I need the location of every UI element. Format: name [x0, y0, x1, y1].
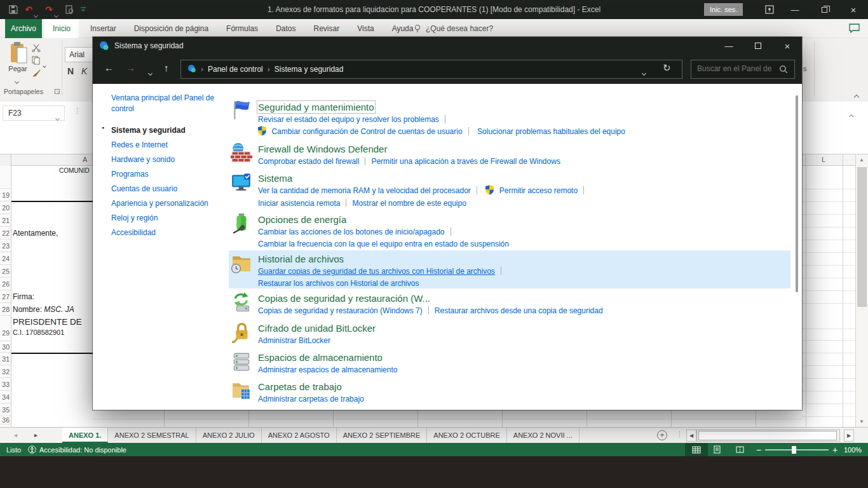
cell-presidente[interactable]: PREISDENTE DE [13, 317, 82, 327]
paste-dropdown-icon[interactable] [15, 74, 18, 86]
sidebar-item-cuentas[interactable]: Cuentas de usuario [111, 184, 224, 194]
vertical-scroll-thumb[interactable] [857, 167, 867, 307]
column-header-l[interactable]: L [822, 156, 825, 163]
sidebar-item-home[interactable]: Ventana principal del Panel de control [111, 93, 224, 114]
link-botones-inicio[interactable]: Cambiar las acciones de los botones de i… [258, 227, 445, 236]
cp-minimize-button[interactable]: — [718, 37, 740, 55]
bold-button[interactable]: N [67, 66, 74, 76]
row-header[interactable]: 34 [0, 391, 11, 403]
sidebar-item-apariencia[interactable]: Apariencia y personalización [111, 198, 224, 208]
link-restaurar-desde-copia[interactable]: Restaurar archivos desde una copia de se… [435, 306, 603, 315]
excel-restore-button[interactable] [813, 0, 835, 19]
link-uac[interactable]: Cambiar configuración de Control de cuen… [271, 127, 462, 136]
link-revisar-estado[interactable]: Revisar el estado del equipo y resolver … [258, 115, 439, 124]
sheet-tab-octubre[interactable]: ANEXO 2 OCTUBRE [427, 428, 507, 443]
redo-dropdown-icon[interactable] [55, 8, 58, 20]
link-asistencia-remota[interactable]: Iniciar asistencia remota [258, 199, 340, 208]
link-frecuencia-suspension[interactable]: Cambiar la frecuencia con la que el equi… [258, 240, 509, 248]
formula-bar-handle[interactable]: ⋮ [74, 107, 81, 115]
undo-icon[interactable]: ↶ [23, 4, 34, 15]
link-comprobar-firewall[interactable]: Comprobar estado del firewall [258, 157, 359, 166]
customize-qat-icon[interactable] [78, 4, 89, 15]
sheet-tab-septiembre[interactable]: ANEXO 2 SEPTIEMBRE [337, 428, 428, 443]
row-header[interactable]: 24 [0, 252, 11, 265]
hscroll-left-icon[interactable]: ◀ [686, 430, 696, 442]
cell-comunidad[interactable]: COMUNID [59, 167, 90, 174]
row-header[interactable]: 32 [0, 365, 11, 378]
tab-revisar[interactable]: Revisar [304, 19, 348, 38]
refresh-icon[interactable]: ↻ [663, 62, 671, 74]
zoom-slider-handle[interactable] [792, 446, 796, 454]
sidebar-item-programas[interactable]: Programas [111, 169, 224, 179]
cp-search-icon[interactable] [779, 65, 789, 77]
select-all-corner[interactable] [0, 154, 11, 166]
address-dropdown-icon[interactable] [642, 68, 646, 77]
tab-datos[interactable]: Datos [267, 19, 304, 38]
breadcrumb-panel-de-control[interactable]: Panel de control [208, 65, 263, 74]
cut-icon[interactable] [32, 43, 41, 55]
clipboard-dialog-launcher-icon[interactable]: ↘ [55, 89, 60, 94]
cell-ci[interactable]: C.I. 1708582901 [13, 329, 64, 336]
item-title-copias-seguridad[interactable]: Copias de seguridad y restauración (W... [258, 293, 430, 304]
tab-inicio[interactable]: Inicio [44, 19, 79, 38]
scroll-up-icon[interactable]: ▲ [856, 154, 867, 165]
status-accessibility[interactable]: Accesibilidad: No disponible [39, 443, 126, 456]
item-title-energia[interactable]: Opciones de energía [258, 214, 346, 226]
cp-scrollbar-thumb[interactable] [796, 95, 798, 292]
up-icon[interactable]: ↑ [164, 62, 169, 73]
sheet-tab-semestral[interactable]: ANEXO 2 SEMESTRAL [108, 428, 196, 443]
tab-archivo[interactable]: Archivo [5, 19, 42, 38]
row-header[interactable]: 36 [0, 416, 11, 424]
cell-firma[interactable]: Firma: [13, 292, 34, 301]
row-header[interactable]: 22 [0, 227, 11, 240]
sheet-tab-julio[interactable]: ANEXO 2 JULIO [196, 428, 262, 443]
ribbon-display-options-icon[interactable] [759, 0, 780, 19]
row-header[interactable]: 26 [0, 278, 11, 290]
grid-strip[interactable] [93, 410, 802, 427]
row-header[interactable]: 20 [0, 201, 11, 214]
format-painter-icon[interactable] [32, 69, 42, 80]
zoom-in-button[interactable]: + [832, 443, 837, 456]
paste-icon[interactable] [10, 42, 28, 66]
scrollbar-splitter[interactable]: ⋮ [676, 430, 683, 438]
copy-icon[interactable] [32, 56, 41, 67]
link-administrar-espacios[interactable]: Administrar espacios de almacenamiento [258, 365, 397, 374]
grid-right[interactable] [802, 166, 855, 427]
row-header[interactable]: 29 [0, 316, 11, 341]
tab-vista[interactable]: Vista [348, 19, 383, 38]
sidebar-item-hardware[interactable]: Hardware y sonido [111, 154, 224, 165]
link-ver-ram[interactable]: Ver la cantidad de memoria RAM y la velo… [258, 186, 471, 195]
view-layout-button[interactable] [713, 443, 721, 456]
hscroll-right-icon[interactable]: ▶ [844, 430, 854, 442]
cp-search-box[interactable] [691, 60, 795, 79]
sheet-tab-anexo1[interactable]: ANEXO 1. [62, 428, 108, 443]
link-copias-windows7[interactable]: Copias de seguridad y restauración (Wind… [258, 306, 423, 315]
item-title-firewall[interactable]: Firewall de Windows Defender [258, 144, 387, 155]
paste-button[interactable]: Pegar [4, 65, 32, 72]
cp-close-button[interactable]: × [776, 37, 798, 55]
grid-left[interactable]: 19 20 21 22 23 24 25 26 27 28 29 30 31 3… [0, 166, 93, 427]
collapse-formula-bar-icon[interactable] [850, 109, 853, 121]
column-header-a[interactable]: A [83, 156, 87, 163]
breadcrumb-chevron[interactable]: › [268, 65, 270, 74]
link-acceso-remoto[interactable]: Permitir acceso remoto [499, 186, 578, 195]
link-permitir-aplicacion[interactable]: Permitir una aplicación a través de Fire… [371, 157, 560, 166]
vertical-scrollbar[interactable]: ▲ ▼ [855, 154, 868, 427]
save-icon[interactable] [8, 4, 19, 15]
breadcrumb-chevron[interactable]: › [201, 65, 203, 74]
item-title-espacios[interactable]: Espacios de almacenamiento [258, 352, 383, 363]
back-icon[interactable]: ← [104, 62, 114, 73]
row-header[interactable]: 19 [0, 189, 11, 201]
row-header[interactable]: 27 [0, 290, 11, 303]
sidebar-item-accesibilidad[interactable]: Accesibilidad [111, 227, 224, 238]
accessibility-icon[interactable] [28, 443, 36, 456]
sheet-tab-agosto[interactable]: ANEXO 2 AGOSTO [262, 428, 337, 443]
italic-button[interactable]: K [81, 66, 87, 76]
link-solucionar-problemas[interactable]: Solucionar problemas habituales del equi… [477, 127, 625, 136]
excel-close-button[interactable]: × [843, 0, 864, 19]
undo-dropdown-icon[interactable] [34, 8, 37, 20]
print-preview-icon[interactable] [64, 4, 75, 15]
row-header[interactable]: 23 [0, 240, 11, 252]
address-bar[interactable]: › Panel de control › Sistema y seguridad… [180, 60, 682, 79]
sidebar-item-redes[interactable]: Redes e Internet [111, 140, 224, 150]
